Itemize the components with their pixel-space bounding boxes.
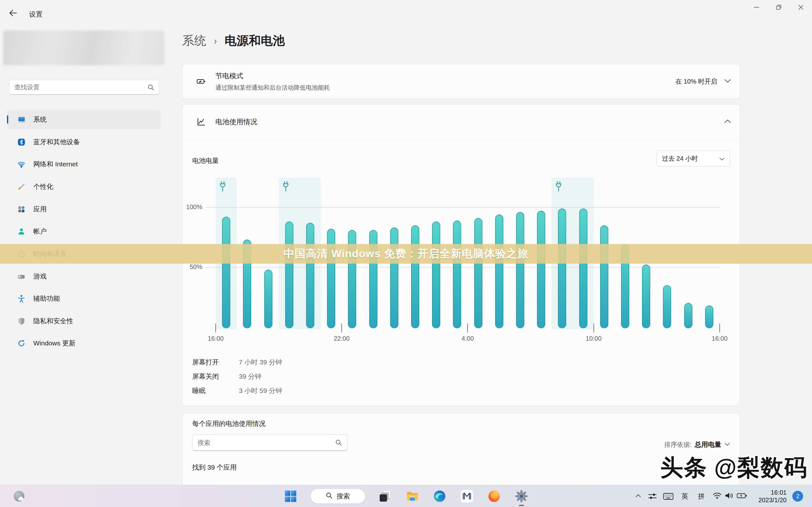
touch-keyboard-icon[interactable] <box>663 492 674 501</box>
divider <box>183 139 740 140</box>
weather-widget-icon[interactable] <box>13 490 26 503</box>
time-range-value: 过去 24 小时 <box>662 154 698 163</box>
taskbar-center-icons: 搜索 <box>283 485 529 507</box>
x-axis-tick <box>719 324 720 332</box>
sidebar-item-label: 游戏 <box>33 272 47 281</box>
battery-level-bar <box>642 265 650 328</box>
battery-level-bar <box>684 303 693 328</box>
battery-saver-setting-dropdown[interactable]: 在 10% 时开启 <box>676 64 731 99</box>
x-axis-label: 10:00 <box>578 335 610 342</box>
file-explorer-icon[interactable] <box>405 489 420 504</box>
brush-icon <box>17 182 26 191</box>
sidebar-item-privacy[interactable]: 隐私和安全性 <box>7 311 160 331</box>
sort-dropdown[interactable]: 排序依据: 总用电量 <box>664 440 730 449</box>
y-gridline <box>205 207 720 208</box>
sidebar-item-bluetooth[interactable]: 蓝牙和其他设备 <box>7 132 160 152</box>
account-blurred-block <box>3 31 164 65</box>
window-title: 设置 <box>29 10 43 19</box>
settings-search-input[interactable] <box>10 83 148 91</box>
sidebar-item-accounts[interactable]: 帐户 <box>7 222 160 241</box>
ime-english-indicator[interactable]: 英 <box>679 492 690 501</box>
minimize-button[interactable] <box>745 0 768 14</box>
wifi-status-icon <box>712 492 722 501</box>
breadcrumb: 系统 › 电源和电池 <box>182 32 285 49</box>
sidebar-item-apps[interactable]: 应用 <box>7 199 160 219</box>
pen-settings-icon[interactable] <box>648 492 657 501</box>
battery-level-bar <box>390 228 398 328</box>
restore-button[interactable] <box>768 0 790 14</box>
notification-count-badge[interactable]: 2 <box>792 491 803 502</box>
close-button[interactable] <box>790 0 812 14</box>
search-icon <box>335 439 342 446</box>
app-search-box[interactable] <box>192 435 348 451</box>
wifi-icon <box>17 160 26 169</box>
stat-label: 屏幕关闭 <box>192 372 239 380</box>
settings-gear-icon[interactable] <box>514 489 529 504</box>
apps-icon <box>17 205 26 214</box>
stat-value: 39 分钟 <box>239 372 261 380</box>
taskbar-clock[interactable]: 16:01 2023/1/20 <box>753 489 786 504</box>
result-count: 找到 39 个应用 <box>192 463 237 472</box>
battery-level-bar <box>579 209 588 328</box>
sidebar-item-system[interactable]: 系统 <box>7 110 160 129</box>
search-icon <box>148 84 154 91</box>
battery-saver-title: 节电模式 <box>215 71 330 81</box>
breadcrumb-parent[interactable]: 系统 <box>182 33 206 49</box>
task-view-button[interactable] <box>378 489 392 504</box>
clock-date: 2023/1/20 <box>758 497 786 504</box>
firefox-icon[interactable] <box>487 489 502 504</box>
chevron-down-icon <box>724 442 730 447</box>
start-button[interactable] <box>283 489 298 504</box>
collapse-button[interactable] <box>724 105 731 139</box>
promo-banner: 中国高清 Windows 免费：开启全新电脑体验之旅 <box>0 244 812 264</box>
y-axis-label: 50% <box>184 263 202 271</box>
app-search-input[interactable] <box>193 439 335 447</box>
sidebar-item-personalization[interactable]: 个性化 <box>7 177 160 196</box>
sidebar-item-accessibility[interactable]: 辅助功能 <box>7 289 160 308</box>
battery-level-bar <box>537 211 545 328</box>
stat-value: 7 小时 39 分钟 <box>239 358 282 365</box>
back-button[interactable] <box>8 8 18 19</box>
edge-browser-icon[interactable] <box>432 489 447 504</box>
chevron-up-icon <box>724 119 731 125</box>
running-app-indicator <box>519 505 524 506</box>
time-range-dropdown[interactable]: 过去 24 小时 <box>657 151 730 166</box>
network-volume-battery-cluster[interactable] <box>712 492 747 501</box>
battery-saver-setting-value: 在 10% 时开启 <box>676 77 717 86</box>
sidebar-item-windows-update[interactable]: Windows 更新 <box>7 333 160 353</box>
bluetooth-icon <box>17 138 26 147</box>
battery-saver-icon <box>196 77 206 86</box>
battery-level-bar <box>264 270 272 328</box>
battery-level-bar <box>432 222 440 328</box>
battery-level-bar <box>306 223 314 328</box>
sidebar-item-label: Windows 更新 <box>33 339 75 348</box>
battery-level-bar <box>411 225 419 328</box>
power-plug-icon <box>282 181 290 193</box>
battery-saver-subtitle: 通过限制某些通知和后台活动降低电池能耗 <box>215 83 330 92</box>
sidebar-item-gaming[interactable]: 游戏 <box>7 267 160 286</box>
tray-chevron-up-icon[interactable] <box>635 493 642 500</box>
taskbar-search-button[interactable]: 搜索 <box>310 489 365 504</box>
battery-level-bar <box>516 212 524 328</box>
battery-usage-header[interactable]: 电池使用情况 <box>183 105 740 139</box>
settings-search-box[interactable] <box>9 80 159 95</box>
clock-time: 16:01 <box>771 489 786 496</box>
sidebar-item-label: 蓝牙和其他设备 <box>33 137 80 147</box>
watermark-text: 头条 @梨数码 <box>660 452 808 483</box>
battery-level-bar <box>474 218 483 328</box>
system-icon <box>17 115 26 124</box>
sidebar-item-network[interactable]: 网络和 Internet <box>7 154 160 174</box>
battery-level-bar <box>453 221 461 328</box>
battery-saver-card: 节电模式 通过限制某些通知和后台活动降低电池能耗 在 10% 时开启 <box>182 64 740 99</box>
stat-screen-off: 屏幕关闭 39 分钟 <box>192 372 261 380</box>
x-axis-label: 16:00 <box>200 335 232 342</box>
sidebar-item-label: 系统 <box>33 115 47 124</box>
m-app-icon[interactable] <box>460 489 474 504</box>
battery-level-bar <box>285 222 293 328</box>
battery-charging-icon <box>737 492 747 501</box>
ime-pinyin-indicator[interactable]: 拼 <box>696 492 707 501</box>
chevron-down-icon <box>719 155 724 162</box>
battery-level-bar <box>558 209 566 328</box>
power-plug-icon <box>219 181 226 193</box>
stat-sleep: 睡眠 3 小时 59 分钟 <box>192 386 282 394</box>
